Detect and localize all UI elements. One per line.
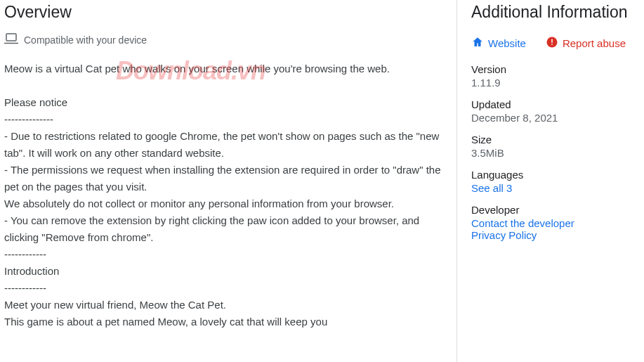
updated-label: Updated <box>471 98 637 110</box>
overview-title: Overview <box>4 3 444 22</box>
home-icon <box>471 36 488 51</box>
size-section: Size 3.5MiB <box>471 134 637 159</box>
additional-info-title: Additional Information <box>471 3 637 22</box>
size-label: Size <box>471 134 637 146</box>
see-all-languages-link[interactable]: See all 3 <box>471 182 512 194</box>
updated-section: Updated December 8, 2021 <box>471 98 637 124</box>
laptop-icon <box>4 33 24 46</box>
website-label: Website <box>488 37 526 49</box>
languages-section: Languages See all 3 <box>471 169 637 194</box>
website-link[interactable]: Website <box>471 36 526 51</box>
compatibility-row: Compatible with your device <box>4 33 444 46</box>
size-value: 3.5MiB <box>471 147 637 159</box>
updated-value: December 8, 2021 <box>471 112 637 124</box>
svg-rect-3 <box>551 39 553 43</box>
version-label: Version <box>471 63 637 75</box>
report-label: Report abuse <box>563 37 626 49</box>
compatibility-text: Compatible with your device <box>24 34 147 46</box>
report-abuse-link[interactable]: Report abuse <box>546 36 626 51</box>
contact-developer-link[interactable]: Contact the developer <box>471 217 574 229</box>
developer-section: Developer Contact the developer Privacy … <box>471 204 637 241</box>
languages-label: Languages <box>471 169 637 181</box>
developer-label: Developer <box>471 204 637 216</box>
overview-description: Meow is a virtual Cat pet who walks on y… <box>4 60 444 330</box>
svg-rect-4 <box>551 44 553 45</box>
version-section: Version 1.11.9 <box>471 63 637 89</box>
version-value: 1.11.9 <box>471 77 637 89</box>
svg-rect-0 <box>6 34 16 41</box>
privacy-policy-link[interactable]: Privacy Policy <box>471 229 537 241</box>
alert-icon <box>546 36 563 51</box>
